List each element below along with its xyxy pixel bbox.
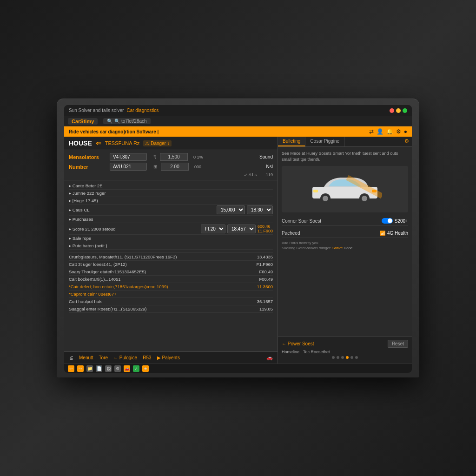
dropdown-15000[interactable]: 15,000 <box>217 205 245 214</box>
tore-btn[interactable]: Tore <box>99 355 108 360</box>
toggle-switch[interactable] <box>382 218 393 224</box>
value-600: 600.4611.F900 <box>258 224 273 233</box>
diag-value: F60.49 <box>245 269 273 274</box>
back-button[interactable]: ← Power Soest <box>282 341 314 346</box>
diag-text: Catt 3t uger loeest:41, (2P12) <box>69 262 245 267</box>
status-car2-icon[interactable]: 🚗 <box>124 365 130 372</box>
list-item: Catt 3t uger loeest:41, (2P12) F1.F960 <box>69 261 273 268</box>
status-undo-icon[interactable]: ↩ <box>68 365 74 372</box>
menutt-btn[interactable]: Menutt <box>79 355 93 360</box>
left-panel: HOUSE ⇐ TESSFUNA Rz ⚠ Danger ↓ Mensolato… <box>64 137 278 364</box>
sub-nav-labels: Homeline Tec Roosethet <box>282 350 408 354</box>
nav-dot-1[interactable] <box>332 356 335 359</box>
nav-dot-6[interactable] <box>355 356 358 359</box>
diag-value: 13.4335 <box>245 254 273 259</box>
minimize-button[interactable] <box>396 108 401 113</box>
diag-text: ▸ Jumne 222 ruger <box>69 191 273 196</box>
info-row-pacheed: Pacheed 📶 4G Health <box>282 229 408 238</box>
list-item: ▸ Cante Beter 2E <box>69 182 273 190</box>
diag-text-highlight: *Cair delert; hoo.ectain,71861aatarges(c… <box>69 284 245 289</box>
status-active: Sotive <box>332 246 343 250</box>
list-item: ▸ Jumne 222 ruger <box>69 190 273 197</box>
maximize-button[interactable] <box>403 108 407 113</box>
field-input-avu[interactable] <box>110 163 147 171</box>
car-icon-bottom: 🚗 <box>266 355 273 361</box>
tab-settings-icon[interactable]: ⚙ <box>402 137 412 146</box>
nav-dot-3[interactable] <box>341 356 344 359</box>
search-icon: 🔍 <box>107 119 112 124</box>
screen-bezel: Sun Solver and tails solver Car diagnost… <box>64 105 412 373</box>
field-input-200[interactable] <box>161 163 189 171</box>
menu-search[interactable]: 🔍 🔍 to7let/28ach <box>103 118 150 124</box>
bottom-bar: 🖨 Menutt Tore ← Pulogice R53 <box>64 351 278 364</box>
palyents-btn[interactable]: ▶ Palyents <box>157 355 180 360</box>
right-bottom: ← Power Soest Reset Homeline Tec Rooseth… <box>278 337 412 364</box>
status-redo-icon[interactable]: ↪ <box>77 365 84 372</box>
pulogice-btn[interactable]: ← Pulogice <box>113 355 137 360</box>
status-folder-icon[interactable]: 📁 <box>86 365 93 372</box>
diag-text: Curt houlpot huts <box>69 299 245 304</box>
r53-btn[interactable]: R53 <box>143 355 151 360</box>
info-row-conner: Conner Sour Soest S200+ <box>282 216 408 226</box>
title-bar-sub: Car diagnostics <box>126 108 159 113</box>
dropdown-ff20[interactable]: Ff.20 <box>201 225 225 233</box>
diag-value-highlight: 11.3600 <box>245 284 273 289</box>
info-value-pacheed: 📶 4G Health <box>380 231 408 236</box>
main-content: HOUSE ⇐ TESSFUNA Rz ⚠ Danger ↓ Mensolato… <box>64 137 412 364</box>
divider <box>69 251 273 252</box>
field-input-1500[interactable] <box>160 153 188 161</box>
diag-value: F00.49 <box>245 277 273 282</box>
settings-icon[interactable]: ⚙ <box>396 128 401 135</box>
nav-dot-2[interactable] <box>337 356 339 359</box>
diag-text: Crunbgiateurs, Macateth11. (S11.S711200F… <box>69 254 245 259</box>
window-controls <box>390 108 407 113</box>
app-window: Sun Solver and tails solver Car diagnost… <box>64 105 412 373</box>
percent-value: 0 1% <box>193 155 203 159</box>
field-label-mensolators: Mensolators <box>69 154 106 160</box>
tab-bulleting[interactable]: Bulleting <box>278 137 305 146</box>
sub-label-tec: Tec Roosethet <box>303 350 330 354</box>
status-check-icon[interactable]: ✓ <box>133 365 139 372</box>
dropdown-18457[interactable]: 18.457 <box>227 225 256 233</box>
currency-symbol-1: ₹ <box>153 154 156 159</box>
list-item-highlight2: *Capront cainr 08est677 <box>69 291 273 298</box>
list-item: ▸ Pute baten (actit.) <box>69 242 273 250</box>
tab-cosar[interactable]: Cosar Piggine <box>305 137 344 146</box>
status-img-icon[interactable]: 🖼 <box>105 365 112 372</box>
field-status-sound: Sound <box>259 154 273 159</box>
fields-area: Mensolators ₹ 0 1% Sound Number ⊞ <box>64 150 278 180</box>
menu-bar: CarStimy 🔍 🔍 to7let/28ach <box>64 116 412 126</box>
list-item-highlight: *Cair delert; hoo.ectain,71861aatarges(c… <box>69 283 273 291</box>
info-value-conner: S200+ <box>382 218 408 224</box>
laptop-shell: Sun Solver and tails solver Car diagnost… <box>57 99 419 377</box>
car-image-container <box>282 166 408 212</box>
r53-label: R53 <box>143 355 151 360</box>
status-doc-icon[interactable]: 📄 <box>96 365 102 372</box>
close-button[interactable] <box>390 108 394 113</box>
vehicle-header: HOUSE ⇐ TESSFUNA Rz ⚠ Danger ↓ <box>64 137 278 150</box>
dropdown-1830[interactable]: 18.30 <box>247 205 273 214</box>
share-icon[interactable]: ⇄ <box>369 128 374 135</box>
field-label-number: Number <box>69 164 106 170</box>
svg-point-4 <box>362 196 367 201</box>
user-icon[interactable]: 👤 <box>377 128 383 135</box>
grid-symbol: ⊞ <box>153 164 157 169</box>
list-item-caus: ▸ Caus CL 15,000 18.30 <box>69 205 273 216</box>
field-input-v4t[interactable] <box>110 153 147 161</box>
reset-button[interactable]: Reset <box>388 340 408 348</box>
car-svg <box>308 173 382 205</box>
nav-dot-active[interactable] <box>346 356 349 359</box>
status-settings2-icon[interactable]: ⚙ <box>114 365 121 372</box>
vehicle-title: HOUSE <box>69 139 92 147</box>
toolbar: Ride vehicles car diagno]rtion Software … <box>64 126 412 137</box>
diag-section: ▸ Cante Beter 2E ▸ Jumne 222 ruger ▸ [Hu… <box>64 180 278 351</box>
diag-text-highlight2: *Capront cainr 08est677 <box>69 291 273 297</box>
bell-icon[interactable]: 🔔 <box>386 128 393 135</box>
menu-tab-carstimy[interactable]: CarStimy <box>68 118 98 125</box>
toggle-value: S200+ <box>395 218 408 224</box>
nav-dot-5[interactable] <box>350 356 353 359</box>
diag-text: Suaggal enter Roest:(H1...(S12065329) <box>69 306 245 311</box>
title-bar-text: Sun Solver and tails solver <box>69 108 124 113</box>
status-star-icon[interactable]: ★ <box>142 365 149 372</box>
profile-icon[interactable]: ● <box>404 128 407 135</box>
